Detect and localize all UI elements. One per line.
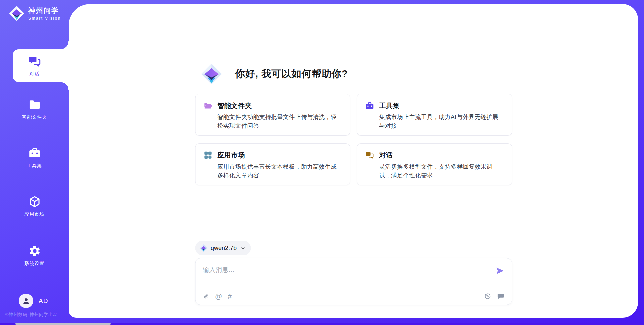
card-chat[interactable]: 对话 灵活切换多模型文件，支持多样回复效果调试，满足个性化需求	[357, 143, 512, 185]
chat-icon	[28, 55, 41, 68]
grid-icon	[203, 151, 212, 160]
message-input[interactable]	[203, 264, 488, 276]
card-title: 工具集	[379, 101, 400, 110]
main-panel: 你好, 我可以如何帮助你? 智能文件夹 智能文件夹功能支持批量文件上传与清洗，轻…	[69, 4, 638, 318]
user-initials: AD	[39, 297, 48, 305]
user-profile[interactable]: AD	[19, 294, 48, 308]
cube-icon	[28, 195, 41, 208]
person-icon	[22, 297, 31, 305]
chat-icon	[365, 151, 374, 160]
sidebar-item-smart-folder[interactable]: 智能文件夹	[0, 92, 69, 125]
model-diamond-icon	[199, 244, 207, 252]
bottom-scrollbar	[0, 323, 644, 325]
briefcase-icon	[365, 101, 374, 110]
card-description: 集成市场上主流工具，助力AI与外界无缝扩展与对接	[379, 113, 504, 130]
sidebar-item-label: 对话	[30, 71, 40, 77]
sidebar-item-app-market[interactable]: 应用市场	[0, 190, 69, 222]
brand-subtitle: Smart Vision	[28, 16, 61, 21]
gear-icon	[28, 244, 41, 258]
history-icon[interactable]	[484, 292, 491, 300]
model-selector[interactable]: qwen2:7b	[195, 241, 251, 255]
input-divider	[202, 288, 505, 288]
message-input-box: @ #	[195, 258, 512, 305]
composer: qwen2:7b @ #	[195, 241, 512, 305]
folder-open-icon	[203, 101, 212, 110]
feedback-bubble-icon[interactable]	[497, 292, 504, 300]
sidebar-item-toolset[interactable]: 工具集	[0, 141, 69, 174]
feature-cards: 智能文件夹 智能文件夹功能支持批量文件上传与清洗，轻松实现文件问答 工具集	[195, 94, 512, 185]
hashtag-icon[interactable]: #	[228, 292, 232, 300]
greeting-row: 你好, 我可以如何帮助你?	[195, 63, 512, 85]
model-name: qwen2:7b	[211, 245, 237, 252]
sidebar-item-label: 系统设置	[24, 261, 45, 267]
sidebar-item-label: 智能文件夹	[22, 114, 47, 120]
avatar	[19, 294, 33, 308]
chevron-down-icon	[240, 246, 245, 251]
card-title: 对话	[379, 151, 393, 160]
attachment-icon[interactable]	[203, 293, 209, 300]
send-icon[interactable]	[495, 266, 504, 275]
card-title: 智能文件夹	[217, 101, 252, 110]
card-title: 应用市场	[217, 151, 245, 160]
card-description: 智能文件夹功能支持批量文件上传与清洗，轻松实现文件问答	[217, 113, 342, 130]
mention-icon[interactable]: @	[215, 292, 222, 300]
card-description: 灵活切换多模型文件，支持多样回复效果调试，满足个性化需求	[379, 162, 504, 180]
sidebar-item-chat[interactable]: 对话	[0, 49, 69, 82]
scrollbar-thumb[interactable]	[15, 323, 111, 325]
brand-name: 神州问学	[28, 6, 61, 15]
copyright-text: ©神州数码·神州问学出品	[5, 312, 58, 318]
card-toolset[interactable]: 工具集 集成市场上主流工具，助力AI与外界无缝扩展与对接	[357, 94, 512, 136]
main-content: 你好, 我可以如何帮助你? 智能文件夹 智能文件夹功能支持批量文件上传与清洗，轻…	[195, 63, 512, 185]
sidebar-item-label: 工具集	[27, 163, 42, 169]
brand-diamond-icon	[9, 5, 25, 21]
sidebar: 神州问学 Smart Vision 对话 智能文件夹	[0, 0, 69, 325]
sidebar-item-label: 应用市场	[24, 211, 45, 217]
brand-logo: 神州问学 Smart Vision	[9, 5, 61, 21]
card-app-market[interactable]: 应用市场 应用市场提供丰富长文本模板，助力高效生成多样化文章内容	[195, 143, 350, 185]
sidebar-item-settings[interactable]: 系统设置	[0, 239, 69, 272]
greeting-title: 你好, 我可以如何帮助你?	[235, 67, 348, 81]
app-logo-diamond-icon	[200, 63, 222, 85]
card-description: 应用市场提供丰富长文本模板，助力高效生成多样化文章内容	[217, 162, 342, 180]
folder-icon	[28, 98, 41, 111]
briefcase-icon	[28, 146, 41, 160]
card-smart-folder[interactable]: 智能文件夹 智能文件夹功能支持批量文件上传与清洗，轻松实现文件问答	[195, 94, 350, 136]
